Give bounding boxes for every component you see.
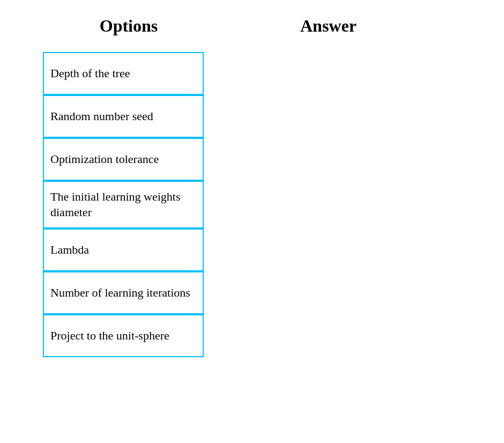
option-item-initial-learning-weights[interactable]: The initial learning weights diameter bbox=[43, 181, 204, 228]
page-container: Options Answer Depth of the treeRandom n… bbox=[0, 0, 504, 443]
option-item-number-of-learning-iterations[interactable]: Number of learning iterations bbox=[43, 271, 204, 314]
option-item-lambda[interactable]: Lambda bbox=[43, 228, 204, 271]
options-header: Options bbox=[43, 16, 214, 36]
option-item-project-to-unit-sphere[interactable]: Project to the unit-sphere bbox=[43, 314, 204, 357]
options-list: Depth of the treeRandom number seedOptim… bbox=[0, 52, 504, 357]
option-item-random-number-seed[interactable]: Random number seed bbox=[43, 95, 204, 138]
header-row: Options Answer bbox=[0, 16, 504, 36]
answer-header: Answer bbox=[300, 16, 357, 36]
options-title: Options bbox=[100, 16, 158, 35]
option-item-depth-of-tree[interactable]: Depth of the tree bbox=[43, 52, 204, 95]
answer-title: Answer bbox=[300, 16, 357, 35]
option-item-optimization-tolerance[interactable]: Optimization tolerance bbox=[43, 138, 204, 181]
